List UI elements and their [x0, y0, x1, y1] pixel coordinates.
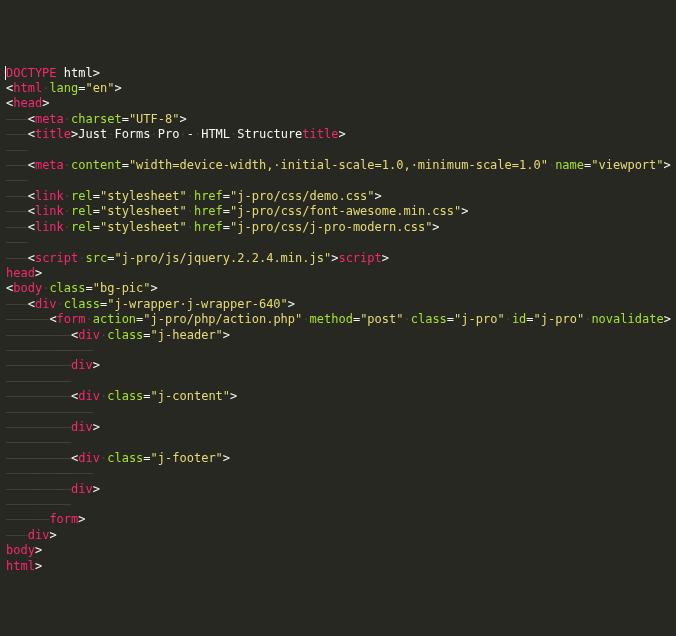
code-line[interactable]: —————————div>——————————————————<div·clas…: [6, 358, 670, 574]
code-line[interactable]: ———: [6, 235, 670, 250]
code-line[interactable]: ———div>body>html>: [6, 528, 670, 574]
code-line[interactable]: html>: [6, 559, 670, 574]
code-line[interactable]: ———: [6, 143, 670, 158]
code-line[interactable]: ———: [6, 173, 670, 188]
code-line[interactable]: DOCTYPE html><html·lang="en"><head>———<m…: [6, 66, 670, 574]
code-line[interactable]: —————————<div·class="j-content">: [6, 389, 670, 404]
code-line[interactable]: <html·lang="en">: [6, 81, 670, 96]
code-line[interactable]: ———<div·class="j-wrapper·j-wrapper-640">: [6, 297, 670, 312]
code-line[interactable]: ————————————: [6, 343, 670, 358]
code-line[interactable]: ———<meta·content="width=device-width,·in…: [6, 158, 670, 173]
code-line[interactable]: ————————————: [6, 466, 670, 481]
code-line[interactable]: ———<link·rel="stylesheet"·href="j-pro/cs…: [6, 204, 670, 219]
code-line[interactable]: —————————: [6, 374, 670, 389]
code-line[interactable]: ——————<form·action="j-pro/php/action.php…: [6, 312, 670, 327]
code-line[interactable]: ——————form>———div>body>html>: [6, 512, 670, 574]
code-line[interactable]: —————————div>———————————————form>———div>…: [6, 482, 670, 574]
code-line[interactable]: body>html>: [6, 543, 670, 574]
code-line[interactable]: —————————div>——————————————————<div·clas…: [6, 420, 670, 574]
code-line[interactable]: —————————: [6, 497, 670, 512]
code-line[interactable]: ———<meta·charset="UTF-8">: [6, 112, 670, 127]
code-line[interactable]: ———<title>Just·Forms·Pro·-·HTML·Structur…: [6, 127, 670, 574]
code-line[interactable]: —————————<div·class="j-header">: [6, 328, 670, 343]
code-line[interactable]: <head>: [6, 96, 670, 111]
code-editor-content[interactable]: DOCTYPE html><html·lang="en"><head>———<m…: [6, 66, 670, 574]
code-line[interactable]: ———<script·src="j-pro/js/jquery.2.2.4.mi…: [6, 251, 670, 575]
code-line[interactable]: ————————————: [6, 405, 670, 420]
code-line[interactable]: —————————<div·class="j-footer">: [6, 451, 670, 466]
code-line[interactable]: ———<link·rel="stylesheet"·href="j-pro/cs…: [6, 189, 670, 204]
code-line[interactable]: ———<link·rel="stylesheet"·href="j-pro/cs…: [6, 220, 670, 235]
code-line[interactable]: <body·class="bg-pic">: [6, 281, 670, 296]
code-line[interactable]: head><body·class="bg-pic">———<div·class=…: [6, 266, 670, 574]
code-line[interactable]: —————————: [6, 435, 670, 450]
